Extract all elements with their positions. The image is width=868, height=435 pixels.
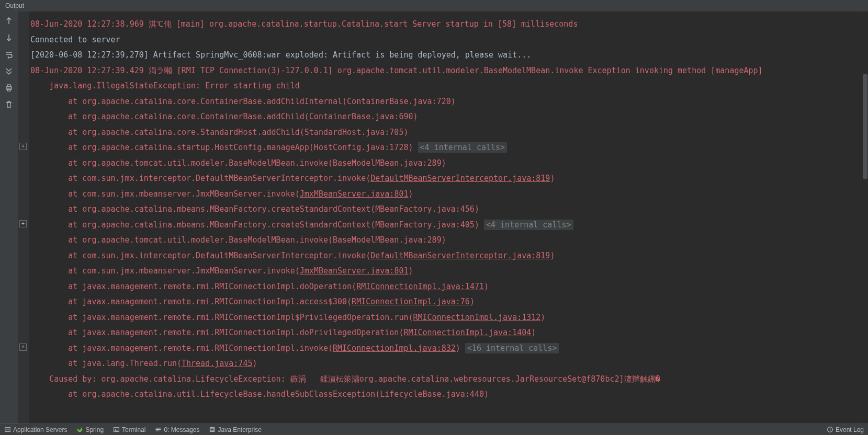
log-line: at org.apache.catalina.core.ContainerBas… — [29, 109, 868, 125]
log-line: at org.apache.tomcat.util.modeler.BaseMo… — [29, 156, 868, 171]
source-link[interactable]: RMIConnectionImpl.java:1404 — [403, 328, 531, 337]
status-bar-left: Application ServersSpringTerminal0: Mess… — [4, 426, 262, 433]
svg-rect-3 — [5, 427, 10, 429]
log-line: at javax.management.remote.rmi.RMIConnec… — [29, 294, 868, 310]
event-log-label: Event Log — [836, 426, 864, 433]
log-line: Caused by: org.apache.catalina.Lifecycle… — [29, 372, 868, 387]
statusbar-item-java[interactable]: Java Enterprise — [209, 426, 261, 433]
vertical-scrollbar[interactable] — [862, 12, 868, 423]
log-line: at com.sun.jmx.interceptor.DefaultMBeanS… — [29, 248, 868, 264]
source-link[interactable]: DefaultMBeanServerInterceptor.java:819 — [370, 251, 550, 260]
fold-gutter: +++ — [18, 12, 29, 423]
log-line: at org.apache.catalina.core.ContainerBas… — [29, 94, 868, 110]
source-link[interactable]: RMIConnectionImpl.java:1312 — [413, 313, 541, 322]
log-line: Connected to server — [29, 32, 868, 48]
log-line: at com.sun.jmx.mbeanserver.JmxMBeanServe… — [29, 187, 868, 202]
soft-wrap-icon[interactable] — [4, 49, 14, 60]
statusbar-item-servers[interactable]: Application Servers — [4, 426, 67, 433]
main-area: +++ 08-Jun-2020 12:27:38.969 淇℃伅 [main] … — [0, 12, 868, 423]
scrollbar-thumb[interactable] — [863, 74, 867, 179]
svg-rect-2 — [7, 89, 10, 91]
log-line: at org.apache.catalina.startup.HostConfi… — [29, 140, 868, 156]
svg-rect-7 — [211, 428, 214, 431]
log-line: at com.sun.jmx.mbeanserver.JmxMBeanServe… — [29, 264, 868, 279]
internal-calls-badge[interactable]: <4 internal calls> — [418, 142, 508, 153]
source-link[interactable]: RMIConnectionImpl.java:832 — [333, 344, 456, 353]
source-link[interactable]: RMIConnectionImpl.java:76 — [352, 297, 470, 306]
svg-rect-4 — [5, 430, 10, 431]
log-line: at javax.management.remote.rmi.RMIConnec… — [29, 279, 868, 295]
log-line: at org.apache.catalina.util.LifecycleBas… — [29, 387, 868, 403]
svg-rect-1 — [7, 85, 10, 87]
scroll-to-end-icon[interactable] — [4, 66, 14, 76]
log-line: java.lang.IllegalStateException: Error s… — [29, 78, 868, 94]
log-line: at org.apache.catalina.mbeans.MBeanFacto… — [29, 202, 868, 218]
log-line: at javax.management.remote.rmi.RMIConnec… — [29, 341, 868, 357]
header-title: Output — [5, 2, 24, 9]
internal-calls-badge[interactable]: <4 internal calls> — [484, 220, 573, 230]
log-line: at org.apache.catalina.core.StandardHost… — [29, 125, 868, 141]
console-output[interactable]: 08-Jun-2020 12:27:38.969 淇℃伅 [main] org.… — [29, 12, 868, 423]
source-link[interactable]: DefaultMBeanServerInterceptor.java:819 — [370, 174, 550, 183]
log-line: at com.sun.jmx.interceptor.DefaultMBeanS… — [29, 171, 868, 187]
output-header: Output — [0, 0, 868, 12]
internal-calls-badge[interactable]: <16 internal calls> — [465, 343, 559, 353]
log-line: at org.apache.tomcat.util.modeler.BaseMo… — [29, 233, 868, 248]
fold-expand-icon[interactable]: + — [19, 344, 27, 351]
event-log-button[interactable]: Event Log — [827, 426, 864, 433]
trash-icon[interactable] — [4, 99, 14, 110]
log-line: [2020-06-08 12:27:39,270] Artifact Sprin… — [29, 48, 868, 63]
statusbar-item-terminal[interactable]: Terminal — [113, 426, 145, 433]
console-toolbar — [0, 12, 18, 423]
statusbar-item-messages[interactable]: 0: Messages — [155, 426, 199, 433]
arrow-down-icon[interactable] — [4, 32, 14, 43]
log-line: at java.lang.Thread.run(Thread.java:745) — [29, 356, 868, 372]
statusbar-item-spring[interactable]: Spring — [76, 426, 104, 433]
arrow-up-icon[interactable] — [4, 16, 14, 26]
source-link[interactable]: JmxMBeanServer.java:801 — [300, 189, 409, 199]
fold-expand-icon[interactable]: + — [19, 220, 27, 227]
log-line: at javax.management.remote.rmi.RMIConnec… — [29, 310, 868, 326]
status-bar: Application ServersSpringTerminal0: Mess… — [0, 423, 868, 435]
print-icon[interactable] — [4, 83, 14, 93]
log-line: at javax.management.remote.rmi.RMIConnec… — [29, 325, 868, 341]
source-link[interactable]: Thread.java:745 — [182, 359, 252, 368]
fold-expand-icon[interactable]: + — [19, 143, 27, 150]
log-line: 08-Jun-2020 12:27:39.429 涓ラ噸 [RMI TCP Co… — [29, 63, 868, 79]
log-line: at org.apache.catalina.mbeans.MBeanFacto… — [29, 218, 868, 233]
source-link[interactable]: JmxMBeanServer.java:801 — [300, 266, 409, 276]
log-line: 08-Jun-2020 12:27:38.969 淇℃伅 [main] org.… — [29, 17, 868, 32]
source-link[interactable]: RMIConnectionImpl.java:1471 — [356, 282, 484, 291]
